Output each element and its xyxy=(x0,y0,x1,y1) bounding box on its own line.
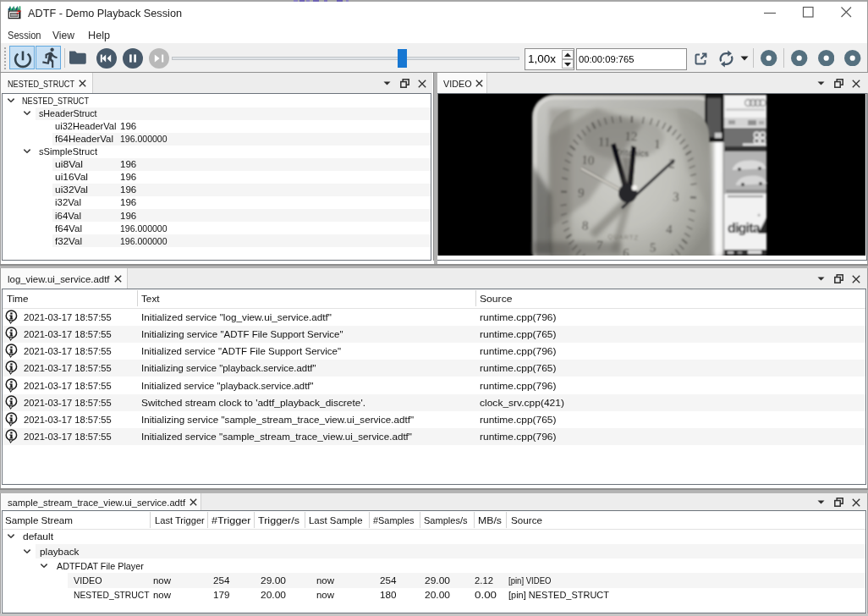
svg-text:12: 12 xyxy=(624,129,638,144)
svg-text:QUARTZ: QUARTZ xyxy=(607,233,639,242)
svg-text:9: 9 xyxy=(578,185,585,199)
svg-text:7: 7 xyxy=(596,239,604,252)
svg-text:3: 3 xyxy=(673,190,679,203)
svg-text:10: 10 xyxy=(581,153,595,168)
svg-text:+: + xyxy=(757,212,761,218)
svg-text:8: 8 xyxy=(582,218,589,232)
svg-text:4: 4 xyxy=(666,223,673,236)
svg-text:digita: digita xyxy=(728,221,761,235)
svg-text:1: 1 xyxy=(654,137,661,151)
svg-text:5: 5 xyxy=(650,240,656,254)
svg-text:6: 6 xyxy=(623,246,630,260)
svg-text:11: 11 xyxy=(598,135,611,149)
